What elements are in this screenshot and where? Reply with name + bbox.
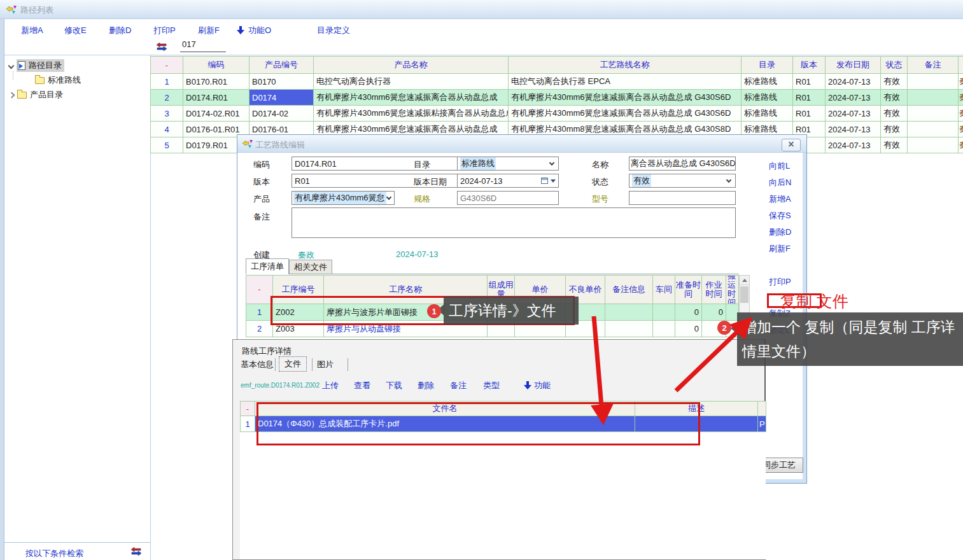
cell-remark-info[interactable]: [605, 321, 653, 337]
delete-button[interactable]: 删除: [418, 380, 434, 391]
cell-prep-time[interactable]: 0: [675, 304, 702, 321]
catalog-dropdown[interactable]: 标准路线: [457, 157, 559, 171]
cell-status[interactable]: 有效: [881, 106, 908, 122]
col-header[interactable]: 备注信息: [605, 276, 653, 304]
tab-images[interactable]: 图片: [317, 359, 334, 370]
cell-product-name[interactable]: 有机摩擦片430mm6簧怠速减振离合器从动盘总成: [314, 90, 509, 106]
cell-date[interactable]: 2024-07-13: [826, 137, 881, 153]
delete-button[interactable]: 删除D: [769, 227, 791, 238]
add-button[interactable]: 新增A: [769, 193, 791, 205]
row-number[interactable]: 5: [151, 137, 183, 153]
row-number[interactable]: 1: [151, 74, 183, 90]
cell-route-name[interactable]: 有机摩擦片430mm6簧怠速减振离合器从动盘总成 G430S6D: [509, 106, 742, 122]
col-header[interactable]: 备注: [908, 57, 959, 74]
cell-workshop[interactable]: [653, 304, 675, 321]
tab-operation-list[interactable]: 工序清单: [246, 258, 289, 274]
cell-route-name[interactable]: 有机摩擦片430mm6簧怠速减振离合器从动盘总成 G430S6D: [509, 90, 742, 106]
code-field[interactable]: D0174.R01: [292, 157, 458, 171]
download-button[interactable]: 下载: [386, 380, 402, 391]
cell-product-no[interactable]: D0174-02: [250, 106, 314, 122]
cell-remark[interactable]: [908, 137, 959, 153]
delete-button[interactable]: 删除D: [109, 25, 131, 36]
tree-child-label[interactable]: 标准路线: [48, 74, 81, 86]
version-date-field[interactable]: 2024-07-13: [457, 174, 559, 188]
chevron-right-icon[interactable]: [9, 92, 15, 98]
col-header[interactable]: 目录: [742, 57, 793, 74]
cell-status[interactable]: 有效: [881, 74, 908, 90]
swap-icon[interactable]: [131, 547, 141, 557]
tree-sibling-label[interactable]: 产品目录: [30, 89, 63, 101]
row-number[interactable]: 1: [246, 304, 273, 321]
cell-workshop[interactable]: [653, 321, 675, 337]
spec-field[interactable]: G430S6D: [457, 191, 559, 205]
close-icon[interactable]: [782, 139, 801, 151]
calendar-icon[interactable]: [541, 178, 548, 184]
col-header[interactable]: 准备时间: [675, 276, 702, 304]
tab-basic-info[interactable]: 基本信息: [241, 359, 274, 370]
func-button[interactable]: 功能O: [248, 25, 271, 36]
cell-code[interactable]: B0170.R01: [183, 74, 250, 90]
col-header[interactable]: -: [151, 57, 183, 74]
cell-version[interactable]: R01: [793, 106, 826, 122]
tree-root-path-catalog[interactable]: 路径目录: [9, 59, 64, 72]
tree-root-label[interactable]: 路径目录: [29, 60, 62, 71]
cell-remark[interactable]: [908, 106, 959, 122]
cell-remark-info[interactable]: [605, 304, 653, 321]
remark-button[interactable]: 备注: [450, 380, 467, 391]
cell-status[interactable]: 有效: [881, 122, 908, 137]
row-number[interactable]: 2: [246, 321, 273, 337]
print-button[interactable]: 打印P: [153, 25, 176, 36]
catalog-def-button[interactable]: 目录定义: [317, 25, 350, 36]
scroll-up-icon[interactable]: [740, 276, 749, 285]
cell-product-no[interactable]: B0170: [250, 74, 314, 90]
tree-item-standard-route[interactable]: 标准路线: [35, 74, 81, 86]
new-button[interactable]: 新增A: [21, 25, 43, 36]
view-button[interactable]: 查看: [354, 380, 370, 391]
save-button[interactable]: 保存S: [769, 210, 791, 221]
row-number[interactable]: 2: [151, 90, 183, 106]
col-header[interactable]: 产品编号: [250, 57, 314, 74]
cell-product-name[interactable]: 电控气动离合执行器: [314, 74, 509, 90]
swap-icon[interactable]: [157, 43, 167, 53]
type-button[interactable]: 类型: [483, 380, 500, 391]
cell-catalog[interactable]: 标准路线: [742, 74, 793, 90]
scrollbar-thumb[interactable]: [740, 286, 749, 303]
col-header[interactable]: 发布日期: [826, 57, 881, 74]
chevron-down-icon[interactable]: [8, 62, 15, 69]
tab-files[interactable]: 文件: [279, 356, 307, 372]
col-header[interactable]: 工艺路线名称: [509, 57, 742, 74]
cell-date[interactable]: 2024-07-13: [826, 90, 881, 106]
status-dropdown[interactable]: 有效: [629, 174, 736, 188]
col-header[interactable]: -: [241, 402, 255, 416]
row-number[interactable]: 3: [151, 106, 183, 122]
cell-code[interactable]: D0174.R01: [183, 90, 250, 106]
cell-catalog[interactable]: 标准路线: [742, 90, 793, 106]
search-condition-label[interactable]: 按以下条件检索: [25, 548, 83, 559]
col-header[interactable]: 作业时间: [702, 276, 726, 304]
col-header[interactable]: 版本: [793, 57, 826, 74]
col-header[interactable]: 车间: [653, 276, 675, 304]
row-number[interactable]: 1: [241, 416, 255, 432]
cell-catalog[interactable]: 标准路线: [742, 106, 793, 122]
cell-date[interactable]: 2024-07-13: [826, 106, 881, 122]
edit-button[interactable]: 修改E: [64, 25, 87, 36]
print-button[interactable]: 打印P: [769, 276, 791, 288]
tree-item-product-catalog[interactable]: 产品目录: [10, 89, 63, 101]
cell-version[interactable]: R01: [793, 90, 826, 106]
col-header[interactable]: 产品名称: [314, 57, 509, 74]
search-input[interactable]: 017: [180, 39, 226, 52]
cell-date[interactable]: 2024-07-13: [826, 74, 881, 90]
col-header[interactable]: 编码: [183, 57, 250, 74]
remark-textarea[interactable]: [292, 207, 736, 238]
tab-related-files[interactable]: 相关文件: [289, 260, 332, 274]
refresh-button[interactable]: 刷新F: [198, 25, 220, 36]
col-header-clipped[interactable]: 搬运时间: [726, 276, 739, 304]
cell-status[interactable]: 有效: [881, 137, 908, 153]
cell-product-no-selected[interactable]: D0174: [250, 90, 314, 106]
refresh-button[interactable]: 刷新F: [769, 243, 791, 255]
next-button[interactable]: 向后N: [769, 177, 791, 188]
col-header[interactable]: 状态: [881, 57, 908, 74]
model-field[interactable]: [629, 191, 736, 205]
cell-version[interactable]: R01: [793, 74, 826, 90]
cell-prep-time[interactable]: 0: [675, 321, 702, 337]
